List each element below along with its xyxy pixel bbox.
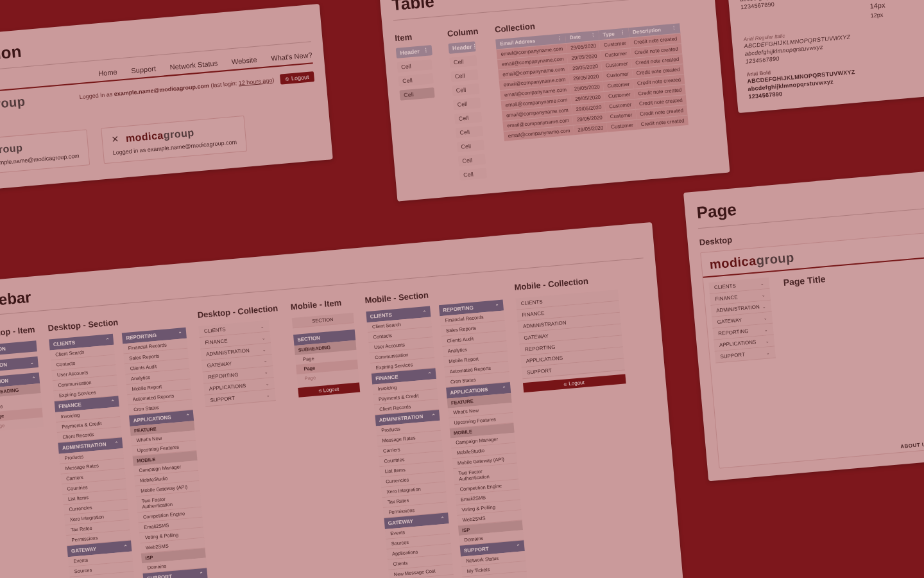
col-collection: Collection Email Address⋮Date⋮Type⋮Descr… [494, 3, 717, 180]
col-mobile-section: Mobile - Section CLIENTS⌃Client SearchCo… [364, 280, 529, 578]
column-cells: CellCellCellCellCellCellCellCellCell [449, 55, 491, 180]
label: FINANCE [522, 310, 545, 318]
label: ADMINISTRATION [62, 441, 107, 451]
brand-second: group [756, 250, 795, 267]
col-mobile-item: Mobile - Item SECTION SECTION SUBHEADING… [290, 293, 360, 398]
logout-label: Logout [569, 380, 585, 387]
cell[interactable]: Cell [449, 55, 477, 68]
sidebar-columns: Desktop - Item SECTION SECTION⌄ SECTION⌃… [0, 267, 673, 578]
label: GATEWAY [717, 317, 742, 325]
label: SUPPORT [147, 574, 172, 578]
label: SUPPORT [720, 352, 745, 360]
label: APPLICATIONS [209, 383, 246, 392]
col-head: Mobile - Collection [514, 274, 617, 292]
cell[interactable]: Cell [454, 112, 482, 125]
col-desktop-item: Desktop - Item SECTION SECTION⌄ SECTION⌃… [0, 320, 44, 432]
chevron-up-icon: ⌃ [31, 376, 36, 381]
chevron-up-icon: ⌃ [185, 413, 190, 418]
app-main: Page Title [773, 256, 924, 451]
brand-logo: modicagroup [709, 250, 795, 271]
menu-ms-right: REPORTING⌃Financial RecordsSales Reports… [439, 300, 530, 578]
cell[interactable]: Cell [450, 69, 478, 82]
header-cell[interactable]: Header⋮ [448, 41, 475, 54]
label: CLIENTS [520, 299, 542, 306]
cell[interactable]: Cell [397, 59, 432, 73]
chevron-down-icon: ⌄ [761, 292, 766, 297]
label: ADMINISTRATION [379, 414, 423, 423]
chevron-up-icon: ⌃ [516, 543, 520, 548]
brand-logo: modicagroup [0, 94, 26, 116]
footer-about[interactable]: ABOUT US [900, 441, 924, 450]
label: CLIENTS [370, 312, 392, 320]
brand-second: group [0, 94, 26, 112]
chevron-down-icon: ⌄ [266, 392, 271, 398]
cell-selected[interactable]: Cell [399, 87, 434, 101]
last-login-value[interactable]: 12 hours ago [238, 76, 272, 86]
ladder-mobile: CLIENTSFINANCEADMINISTRATIONGATEWAYREPOR… [515, 290, 624, 379]
cell[interactable]: Cell [458, 154, 486, 167]
panel-page: Page Desktop modicagroup CLIENTS⌄FINANCE… [683, 169, 924, 482]
sort-icon[interactable]: ⋮ [472, 45, 476, 48]
sort-icon[interactable]: ⋮ [424, 49, 428, 53]
cell[interactable]: Cell [398, 73, 434, 87]
label: REPORTING [718, 328, 749, 337]
chevron-up-icon: ⌃ [431, 413, 436, 418]
chevron-up-icon: ⌃ [428, 371, 432, 376]
menu-ds-right: REPORTING⌃Financial RecordsSales Reports… [122, 328, 213, 578]
chevron-up-icon: ⌃ [495, 303, 500, 308]
label: SECTION [0, 346, 6, 353]
card-logged-text: Logged in as example.name@modicagroup.co… [0, 152, 80, 170]
last-login-suffix: ) [272, 76, 275, 83]
chevron-up-icon: ⌃ [178, 331, 183, 336]
table-body: email@companyname.com29/05/2020CustomerC… [497, 33, 689, 141]
label: REPORTING [443, 305, 474, 313]
cell[interactable]: Cell [453, 98, 481, 110]
col-mobile-collection: Mobile - Collection CLIENTSFINANCEADMINI… [513, 270, 626, 392]
nav-home[interactable]: Home [98, 68, 117, 78]
nav-support[interactable]: Support [131, 65, 156, 74]
close-icon[interactable]: ✕ [111, 134, 119, 144]
label: GATEWAY [388, 518, 414, 526]
chevron-down-icon: ⌄ [762, 304, 767, 309]
label: SUPPORT [527, 367, 552, 375]
mini-card-1: modicagroup Logged in as example.name@mo… [0, 129, 90, 177]
logout-button[interactable]: ⎋ Logout [280, 71, 314, 85]
cell[interactable]: Cell [452, 83, 479, 96]
chevron-down-icon: ⌄ [766, 350, 771, 355]
cell[interactable]: Cell [457, 140, 484, 153]
chevron-down-icon: ⌄ [30, 360, 35, 365]
alpha-regular: ABCDEFGHIJKLMNOPQRSTUVWXYZ abcdefghijklm… [739, 0, 850, 11]
mini-card-2: ✕ modicagroup Logged in as example.name@… [101, 116, 247, 164]
label: REPORTING [525, 344, 556, 353]
logout-label: Logout [323, 386, 339, 393]
label: GATEWAY [71, 546, 97, 554]
col-column: Column Header⋮ CellCellCellCellCellCellC… [447, 22, 492, 184]
nav-whats-new[interactable]: What's New? [271, 51, 312, 62]
label: CLIENTS [714, 283, 736, 290]
size-column: 22px 18px 14px 12px [868, 0, 893, 19]
panel-table: Table Item Header⋮ Cell Cell Cell Column… [379, 0, 730, 202]
label: SUPPORT [210, 396, 235, 403]
nav-website[interactable]: Website [231, 56, 257, 66]
alpha-numbers: 1234567890 [740, 0, 850, 11]
chevron-down-icon: ⌄ [265, 381, 270, 386]
label: APPLICATIONS [133, 414, 171, 423]
cell[interactable]: Cell [456, 126, 483, 139]
label: FINANCE [375, 374, 398, 381]
panel-title: Page [696, 181, 924, 223]
table-cell: 29/05/2020 [574, 122, 608, 135]
cell[interactable]: Cell [459, 168, 487, 180]
label: SUPPORT [464, 546, 489, 554]
col-head: Desktop - Item [0, 324, 35, 339]
app-frame: modicagroup CLIENTS⌄FINANCE⌄ADMINISTRATI… [700, 231, 924, 469]
header-cell[interactable]: Header⋮ [396, 45, 432, 58]
logged-in-prefix: Logged in as [79, 91, 112, 100]
col-item-head: Item [395, 30, 431, 43]
label: SECTION [0, 362, 7, 369]
col-head: Mobile - Item [290, 297, 352, 311]
nav-network-status[interactable]: Network Status [169, 59, 218, 71]
logout-button[interactable]: ⎋ Logout [298, 383, 360, 398]
col-item: Item Header⋮ Cell Cell Cell [394, 26, 443, 189]
label: FINANCE [58, 401, 81, 409]
chevron-down-icon: ⌄ [765, 338, 769, 344]
